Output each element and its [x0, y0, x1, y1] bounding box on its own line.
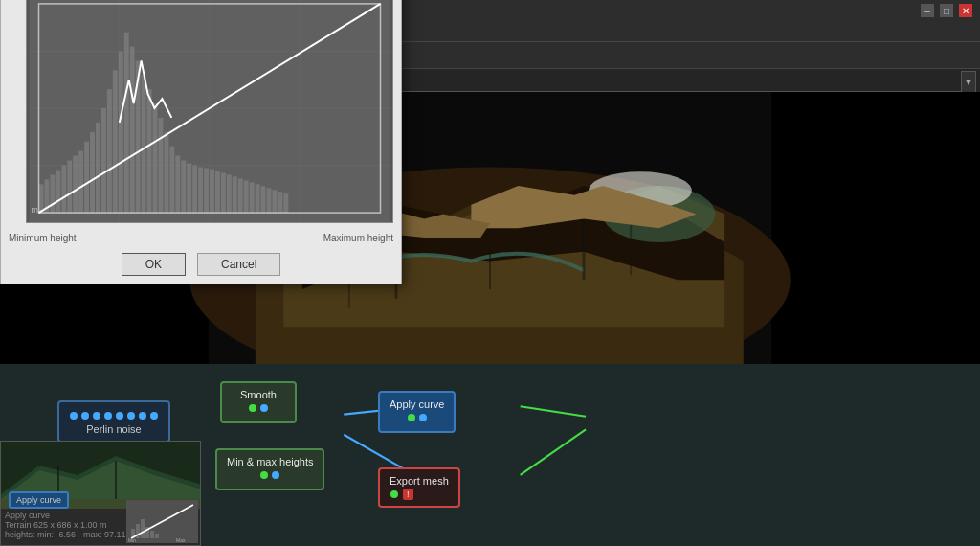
chart-label-max: Maximum height — [323, 233, 393, 243]
export-error-badge: ! — [403, 489, 413, 500]
chart-labels: Minimum height Maximum height — [1, 231, 401, 245]
node-export-status: ! — [390, 489, 449, 500]
chart-container: m — [1, 0, 401, 223]
cancel-button[interactable]: Cancel — [197, 253, 280, 276]
node-perlin-noise[interactable]: Perlin noise — [57, 400, 170, 443]
node-perlin-label: Perlin noise — [69, 423, 159, 435]
dot — [260, 404, 268, 412]
dot-green-left — [408, 414, 415, 421]
node-min-max[interactable]: Min & max heights — [215, 448, 324, 490]
node-min-max-dots — [227, 470, 313, 480]
node-apply-curve-dots — [390, 413, 444, 422]
dot-right — [419, 414, 427, 421]
svg-text:Max: Max — [176, 537, 186, 543]
curve-mini-preview: Min Max — [126, 500, 198, 543]
maximize-button[interactable]: □ — [940, 4, 953, 17]
svg-line-17 — [521, 407, 586, 418]
chart-label-min: Minimum height — [9, 233, 77, 243]
curve-chart[interactable]: m — [26, 0, 393, 223]
dot — [139, 412, 146, 420]
minimize-button[interactable]: – — [921, 4, 934, 17]
dot-green — [260, 471, 268, 479]
dot — [272, 471, 279, 479]
svg-rect-29 — [150, 531, 154, 538]
dot — [104, 412, 112, 420]
curve-dialog: curve to a terrain ? ✕ – ● ● Smooth ↺ Ma… — [0, 0, 402, 284]
main-area: Perlin noise Smooth Apply curve — [0, 92, 980, 546]
terrain-preview-panel: Apply curve Min Max — [0, 441, 201, 546]
svg-line-18 — [521, 430, 586, 475]
dot — [81, 412, 89, 420]
window-controls: – □ ✕ — [921, 4, 972, 17]
node-smooth-dots — [232, 403, 285, 413]
terrain-preview-canvas: Apply curve — [1, 442, 200, 509]
dot — [93, 412, 100, 420]
dot-green — [249, 404, 256, 412]
dot-green-export — [390, 490, 398, 498]
dialog-buttons: OK Cancel — [1, 245, 401, 284]
svg-rect-86 — [39, 4, 381, 213]
viewport-arrow[interactable]: ▼ — [961, 71, 976, 92]
ok-button[interactable]: OK — [122, 253, 186, 276]
node-smooth-label: Smooth — [232, 389, 285, 400]
svg-text:m: m — [32, 205, 38, 215]
preview-node-label: Apply curve — [9, 491, 69, 509]
dot — [70, 412, 78, 420]
dot — [127, 412, 135, 420]
node-perlin-dots — [69, 411, 159, 421]
svg-text:Min: Min — [128, 537, 136, 543]
svg-rect-30 — [155, 534, 159, 538]
close-window-button[interactable]: ✕ — [959, 4, 972, 17]
node-apply-curve[interactable]: Apply curve — [378, 391, 456, 433]
dot — [116, 412, 123, 420]
node-smooth[interactable]: Smooth — [220, 381, 297, 423]
node-export-label: Export mesh — [390, 475, 449, 487]
dot — [150, 412, 158, 420]
node-apply-curve-label: Apply curve — [390, 398, 444, 410]
node-export-mesh[interactable]: Export mesh ! — [378, 467, 460, 508]
svg-rect-27 — [141, 519, 145, 538]
node-min-max-label: Min & max heights — [227, 456, 313, 467]
